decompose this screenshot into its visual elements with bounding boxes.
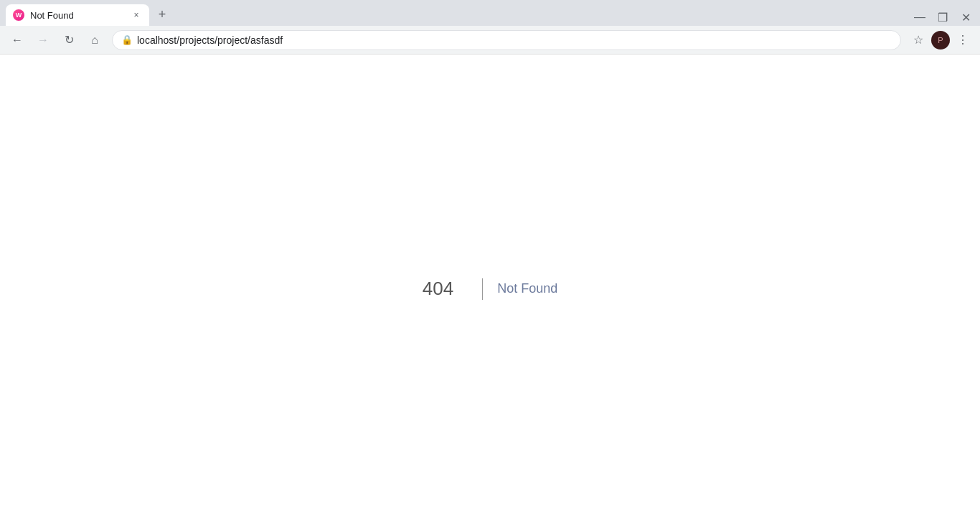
home-button[interactable]: ⌂ — [83, 29, 106, 52]
forward-button[interactable]: → — [32, 29, 55, 52]
url-text: localhost/projects/project/asfasdf — [137, 34, 892, 46]
error-message: Not Found — [497, 281, 557, 296]
chrome-window: W Not Found × + — ❒ ✕ ← → ↻ ⌂ 🔒 localhos… — [0, 0, 980, 523]
window-controls: — ❒ ✕ — [905, 11, 980, 23]
error-code: 404 — [423, 278, 468, 300]
profile-avatar[interactable]: P — [931, 31, 950, 50]
tab-bar: W Not Found × + — [0, 0, 905, 26]
page-content: 404 Not Found — [0, 55, 980, 523]
tab-favicon: W — [13, 9, 24, 21]
minimize-button[interactable]: — — [914, 11, 925, 23]
active-tab[interactable]: W Not Found × — [6, 4, 149, 26]
navigation-bar: ← → ↻ ⌂ 🔒 localhost/projects/project/asf… — [0, 26, 980, 55]
menu-button[interactable]: ⋮ — [951, 29, 974, 52]
back-button[interactable]: ← — [6, 29, 29, 52]
error-divider — [482, 278, 483, 300]
maximize-button[interactable]: ❒ — [937, 11, 948, 23]
tab-close-button[interactable]: × — [131, 9, 142, 21]
address-bar[interactable]: 🔒 localhost/projects/project/asfasdf — [112, 30, 901, 50]
tab-title: Not Found — [30, 10, 125, 21]
lock-icon: 🔒 — [121, 34, 133, 45]
new-tab-button[interactable]: + — [152, 4, 172, 24]
nav-right-controls: ☆ P ⋮ — [907, 29, 974, 52]
title-bar: W Not Found × + — ❒ ✕ — [0, 0, 980, 26]
error-container: 404 Not Found — [423, 278, 557, 300]
close-window-button[interactable]: ✕ — [960, 11, 971, 23]
reload-button[interactable]: ↻ — [57, 29, 80, 52]
bookmark-star-button[interactable]: ☆ — [907, 29, 930, 52]
